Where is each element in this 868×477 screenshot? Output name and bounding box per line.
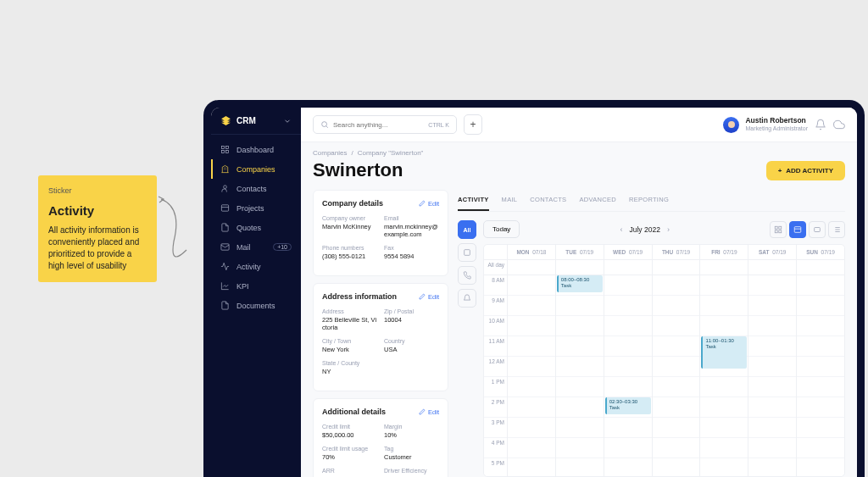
- breadcrumb-current: Company "Swinerton": [358, 149, 424, 157]
- svg-rect-14: [815, 227, 821, 231]
- quick-add-button[interactable]: +: [464, 114, 482, 135]
- sticker-title: Activity: [48, 202, 147, 219]
- topbar: CTRL K + Austin Robertson Marketing Admi…: [301, 108, 857, 142]
- day-header: TUE 07/19: [556, 245, 604, 259]
- nav-label: Quotes: [236, 224, 261, 232]
- brand-logo-icon: [220, 115, 231, 126]
- svg-rect-8: [465, 250, 470, 256]
- quotes-icon: [220, 223, 230, 232]
- day-column[interactable]: 11:00–01:30Task: [700, 260, 748, 476]
- brand[interactable]: CRM: [211, 108, 301, 135]
- hour-label: 9 AM: [484, 296, 507, 316]
- tab-reporting[interactable]: REPORTING: [629, 190, 669, 211]
- sidebar-item-dashboard[interactable]: Dashboard: [211, 140, 301, 159]
- edit-button[interactable]: Edit: [419, 408, 439, 416]
- day-column[interactable]: [508, 260, 556, 476]
- pencil-icon: [419, 293, 426, 300]
- day-header: SAT 07/19: [748, 245, 797, 259]
- day-column[interactable]: 02:30–03:30Task: [604, 260, 653, 476]
- calendar-event[interactable]: 02:30–03:30Task: [605, 397, 651, 414]
- view-day-icon[interactable]: [809, 221, 826, 238]
- day-column[interactable]: [653, 260, 701, 476]
- day-column[interactable]: [748, 260, 797, 476]
- annotation-arrow-icon: [157, 191, 208, 275]
- projects-icon: [220, 203, 230, 213]
- activity-icon: [220, 262, 230, 271]
- sticker-body: All activity information is conveniently…: [48, 225, 147, 272]
- prev-period[interactable]: ‹: [620, 225, 622, 234]
- mail-icon: [220, 242, 230, 252]
- main-area: CTRL K + Austin Robertson Marketing Admi…: [301, 108, 857, 477]
- svg-rect-9: [775, 226, 777, 229]
- svg-rect-6: [221, 244, 229, 250]
- tab-activity[interactable]: ACTIVITY: [458, 190, 489, 211]
- sidebar-item-documents[interactable]: Documents: [211, 296, 301, 315]
- sidebar: CRM DashboardCompaniesContactsProjectsQu…: [211, 108, 301, 477]
- day-header: MON 07/18: [508, 245, 556, 259]
- filter-calls[interactable]: [458, 266, 476, 285]
- content: Companies / Company "Swinerton" Swinerto…: [301, 142, 857, 477]
- day-header: FRI 07/19: [700, 245, 748, 259]
- sidebar-item-companies[interactable]: Companies: [211, 159, 301, 179]
- pencil-icon: [419, 408, 426, 415]
- nav-label: Contacts: [236, 185, 267, 193]
- activity-filter-rail: All: [458, 220, 476, 477]
- bell-icon[interactable]: [815, 119, 826, 130]
- svg-point-4: [224, 186, 227, 189]
- address-card: Address information Edit Address 225 Bel…: [313, 283, 448, 391]
- sidebar-item-projects[interactable]: Projects: [211, 198, 301, 218]
- user-block[interactable]: Austin Robertson Marketing Administrator: [723, 117, 808, 133]
- activity-column: ACTIVITYMAILCONTACTSADVANCEDREPORTING Al…: [458, 190, 845, 477]
- calendar-grid[interactable]: MON 07/18TUE 07/19WED 07/19THU 07/19FRI …: [483, 244, 845, 477]
- calendar: Today ‹ July 2022 ›: [483, 220, 845, 477]
- search-input[interactable]: [333, 121, 424, 129]
- svg-rect-1: [225, 146, 228, 148]
- chevron-down-icon: [283, 117, 292, 125]
- filter-all[interactable]: All: [458, 220, 476, 239]
- tab-contacts[interactable]: CONTACTS: [530, 190, 566, 211]
- day-header: THU 07/19: [653, 245, 701, 259]
- nav-badge: +10: [273, 243, 292, 251]
- calendar-event[interactable]: 11:00–01:30Task: [701, 336, 747, 369]
- view-grid-icon[interactable]: [770, 221, 787, 238]
- svg-point-7: [322, 122, 327, 127]
- filter-notes[interactable]: [458, 243, 476, 262]
- edit-button[interactable]: Edit: [419, 200, 439, 208]
- next-period[interactable]: ›: [667, 225, 670, 234]
- add-activity-button[interactable]: + ADD ACTIVITY: [766, 161, 845, 180]
- today-button[interactable]: Today: [483, 220, 520, 238]
- breadcrumb: Companies / Company "Swinerton": [301, 142, 857, 157]
- day-column[interactable]: 08:00–08:30Task: [556, 260, 604, 476]
- day-header: SUN 07/19: [797, 245, 844, 259]
- calendar-event[interactable]: 08:00–08:30Task: [557, 275, 603, 292]
- tab-mail[interactable]: MAIL: [502, 190, 518, 211]
- cloud-icon[interactable]: [833, 119, 845, 130]
- search-kbd: CTRL K: [428, 122, 449, 128]
- details-column: Company details Edit Company owner Marvi…: [313, 190, 448, 477]
- sidebar-item-quotes[interactable]: Quotes: [211, 218, 301, 237]
- sticker-label: Sticker: [48, 186, 147, 197]
- tab-advanced[interactable]: ADVANCED: [579, 190, 616, 211]
- sidebar-item-mail[interactable]: Mail+10: [211, 237, 301, 257]
- companies-icon: [220, 164, 230, 174]
- breadcrumb-root[interactable]: Companies: [313, 149, 347, 157]
- filter-reminders[interactable]: [458, 289, 476, 308]
- hour-label: 12 AM: [484, 357, 507, 377]
- nav-label: Projects: [236, 204, 264, 213]
- hour-label: 3 PM: [484, 418, 507, 438]
- hour-label: 10 AM: [484, 316, 507, 336]
- user-role: Marketing Administrator: [745, 125, 808, 132]
- view-list-icon[interactable]: [828, 221, 845, 238]
- edit-button[interactable]: Edit: [419, 293, 439, 301]
- svg-rect-11: [775, 230, 777, 232]
- svg-rect-13: [794, 226, 801, 232]
- hour-label: 2 PM: [484, 397, 507, 418]
- kpi-icon: [220, 281, 230, 291]
- view-week-icon[interactable]: [789, 221, 806, 238]
- annotation-sticker: Sticker Activity All activity informatio…: [38, 175, 157, 282]
- sidebar-item-activity[interactable]: Activity: [211, 257, 301, 276]
- sidebar-item-contacts[interactable]: Contacts: [211, 179, 301, 198]
- sidebar-item-kpi[interactable]: KPI: [211, 276, 301, 296]
- search-box[interactable]: CTRL K: [313, 115, 457, 134]
- day-column[interactable]: [797, 260, 844, 476]
